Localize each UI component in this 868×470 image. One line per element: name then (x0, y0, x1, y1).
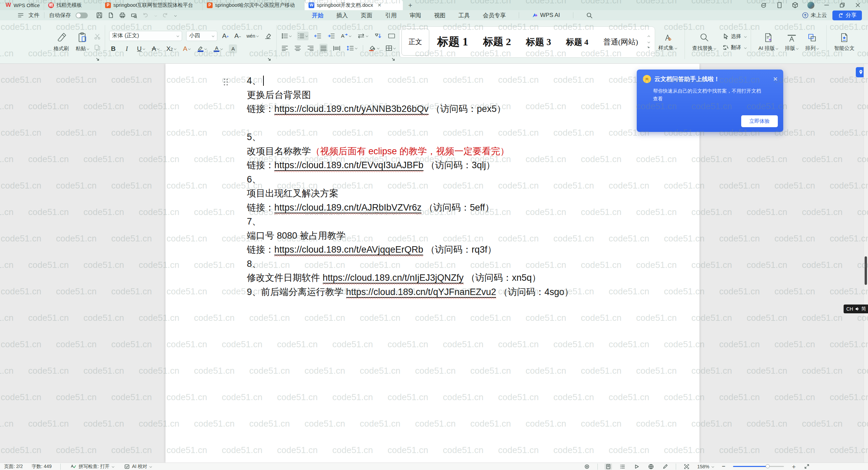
paste-button[interactable]: 粘贴 (72, 31, 93, 53)
arrange-button[interactable]: 排列 (802, 33, 822, 52)
align-center-icon[interactable] (294, 44, 302, 53)
tab-home[interactable]: 开始 (312, 12, 323, 19)
app-cube-icon[interactable] (792, 2, 798, 8)
decrease-indent-icon[interactable] (313, 32, 322, 40)
doc-line[interactable]: 修改文件日期软件 https://cloud.189.cn/t/nIjEJ3jQ… (247, 271, 691, 285)
outline-view-icon[interactable] (619, 464, 626, 470)
export-icon[interactable] (107, 12, 114, 19)
doc-line[interactable] (247, 116, 691, 131)
italic-button[interactable]: I (123, 44, 131, 53)
superscript-button[interactable]: X2 (165, 44, 177, 53)
close-window-icon[interactable] (854, 2, 861, 8)
undo-icon[interactable] (142, 12, 149, 19)
doc-line[interactable]: 5、 (247, 130, 691, 144)
select-button[interactable]: 选择 (723, 33, 747, 40)
bullet-list-button[interactable] (281, 32, 292, 40)
restore-window-icon[interactable] (839, 2, 846, 8)
ai-assistant-icon[interactable] (761, 2, 767, 8)
style-item-h2[interactable]: 标题 2 (476, 28, 518, 56)
side-panel-icon[interactable] (776, 2, 783, 8)
style-item-h4[interactable]: 标题 4 (559, 28, 595, 56)
copy-icon[interactable] (94, 44, 101, 51)
line-spacing-icon[interactable] (346, 44, 358, 53)
redo-icon[interactable] (162, 12, 169, 19)
borders-icon[interactable] (385, 44, 396, 53)
page-view-icon[interactable] (605, 464, 612, 470)
doc-line[interactable]: 6、 (247, 173, 691, 187)
zoom-level[interactable]: 158% (697, 464, 714, 469)
smart-doc-button[interactable]: 智能公文 (831, 33, 858, 52)
more-commands-icon[interactable] (174, 14, 177, 16)
layout-button[interactable]: 排版 (782, 33, 802, 52)
tab-docer-template[interactable]: 稻 找稻壳模板 (44, 0, 101, 10)
doc-line[interactable]: 链接：https://cloud.189.cn/t/AJRbIbVZVr6z （… (247, 201, 691, 215)
gallery-up-icon[interactable] (648, 36, 650, 38)
eye-protect-icon[interactable] (583, 464, 591, 470)
tab-insert[interactable]: 插入 (336, 12, 348, 19)
doc-line[interactable]: 8、 (247, 257, 691, 271)
ink-pen-icon[interactable] (662, 464, 669, 470)
style-item-h3[interactable]: 标题 3 (519, 28, 558, 56)
pinyin-guide-icon[interactable]: wén (246, 32, 259, 40)
font-name-select[interactable]: 宋体 (正文) (109, 31, 182, 41)
fit-page-icon[interactable] (683, 464, 690, 470)
distribute-icon[interactable] (332, 44, 341, 53)
doc-hyperlink[interactable]: https://cloud.189.cn/t/nIjEJ3jQNZfy (323, 273, 464, 283)
tab-active-document[interactable]: W springboot开发文档.docx ✕ (304, 0, 403, 10)
style-item-h1[interactable]: 标题 1 (431, 28, 475, 56)
doc-hyperlink[interactable]: https://cloud.189.cn/t/qYJFnanEZvu2 (346, 287, 496, 298)
wrap-swap-icon[interactable] (357, 32, 369, 40)
font-color-button[interactable]: A (213, 44, 223, 53)
clear-format-icon[interactable] (263, 32, 272, 40)
vertical-scrollbar[interactable] (864, 64, 868, 463)
align-right-icon[interactable] (307, 44, 315, 53)
doc-line[interactable]: 链接：https://cloud.189.cn/t/eAVjqqeErQRb （… (247, 243, 691, 257)
tab-review[interactable]: 审阅 (410, 12, 421, 19)
zoom-slider[interactable] (733, 466, 784, 467)
popup-try-button[interactable]: 立即体验 (741, 115, 778, 127)
cut-icon[interactable] (94, 33, 101, 40)
align-left-icon[interactable] (281, 44, 289, 53)
doc-line[interactable]: 7、 (247, 215, 691, 229)
underline-button[interactable]: U (136, 44, 146, 53)
style-item-web[interactable]: 普通(网站) (596, 28, 645, 56)
tab-view[interactable]: 视图 (434, 12, 446, 19)
ai-layout-button[interactable]: AI 排版 (755, 33, 782, 52)
zoom-slider-thumb[interactable] (766, 464, 770, 468)
hamburger-menu-icon[interactable] (18, 13, 24, 18)
doc-hyperlink[interactable]: https://cloud.189.cn/t/EVvqI3uAJBFb (274, 160, 423, 171)
cloud-status[interactable]: 未上云 (802, 12, 827, 19)
doc-line[interactable]: 9、前后端分离运行教学 https://cloud.189.cn/t/qYJFn… (247, 285, 691, 299)
doc-line[interactable]: 链接：https://cloud.189.cn/t/EVvqI3uAJBFb （… (247, 158, 691, 173)
sort-icon[interactable] (374, 32, 382, 40)
undo-dropdown-icon[interactable] (155, 14, 157, 16)
text-direction-icon[interactable]: A (340, 32, 352, 40)
fullscreen-icon[interactable] (803, 464, 810, 470)
doc-hyperlink[interactable]: https://cloud.189.cn/t/yANNB3b26bQv (274, 104, 429, 115)
shading-icon[interactable] (368, 44, 380, 53)
tab-close-icon[interactable]: ✕ (377, 2, 381, 8)
search-icon[interactable] (586, 12, 593, 19)
zoom-out-button[interactable]: − (721, 463, 726, 470)
tab-reference[interactable]: 引用 (385, 12, 397, 19)
print-icon[interactable] (119, 12, 126, 19)
save-icon[interactable] (96, 12, 103, 19)
popup-close-icon[interactable]: ✕ (773, 76, 778, 83)
file-menu[interactable]: 文件 (28, 12, 39, 19)
minimize-icon[interactable] (823, 2, 830, 8)
clipboard-dialog-launcher-icon[interactable] (96, 58, 100, 61)
style-item-body[interactable]: 正文 (401, 28, 429, 56)
share-button[interactable]: 分享 (832, 11, 862, 20)
char-border-button[interactable]: A (229, 44, 237, 53)
increase-font-icon[interactable]: A+ (221, 32, 230, 40)
document-page[interactable]: 4、更换后台背景图链接：https://cloud.189.cn/t/yANNB… (165, 64, 699, 463)
justify-icon[interactable] (319, 44, 328, 53)
doc-line[interactable]: 端口号 8080 被占用教学 (247, 229, 691, 243)
format-painter-button[interactable]: 格式刷 (50, 31, 72, 53)
font-size-select[interactable]: 小四 (186, 31, 217, 41)
doc-line[interactable]: 4、 (247, 74, 691, 88)
font-dialog-launcher-icon[interactable] (268, 58, 271, 61)
doc-line[interactable]: 链接：https://cloud.189.cn/t/yANNB3b26bQv （… (247, 102, 691, 116)
zoom-in-button[interactable]: ＋ (791, 463, 796, 470)
web-view-icon[interactable] (647, 464, 655, 470)
